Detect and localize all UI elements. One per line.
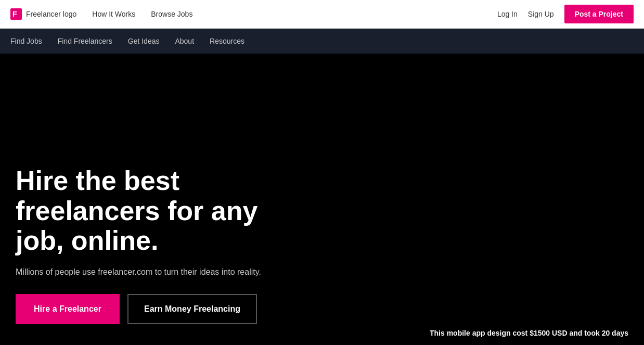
post-project-button[interactable]: Post a Project <box>564 5 634 23</box>
resources-link[interactable]: Resources <box>210 37 244 45</box>
earn-money-button[interactable]: Earn Money Freelancing <box>127 294 257 324</box>
hero-subtitle: Millions of people use freelancer.com to… <box>16 266 271 278</box>
logo-area[interactable]: F Freelancer logo <box>10 8 76 20</box>
secondary-navigation: Find Jobs Find Freelancers Get Ideas Abo… <box>0 29 644 54</box>
login-link[interactable]: Log In <box>497 10 518 18</box>
top-nav-right: Log In Sign Up Post a Project <box>497 5 634 23</box>
find-freelancers-link[interactable]: Find Freelancers <box>58 37 112 45</box>
logo-text: Freelancer logo <box>26 10 76 18</box>
top-nav-links: How It Works Browse Jobs <box>92 10 497 18</box>
signup-link[interactable]: Sign Up <box>528 10 554 18</box>
about-link[interactable]: About <box>175 37 194 45</box>
find-jobs-link[interactable]: Find Jobs <box>10 37 42 45</box>
how-it-works-link[interactable]: How It Works <box>92 10 135 18</box>
hero-section: Hire the best freelancers for any job, o… <box>0 54 644 345</box>
bottom-info-text: This mobile app design cost $1500 USD an… <box>430 329 628 337</box>
hero-content: Hire the best freelancers for any job, o… <box>16 166 307 324</box>
hero-title: Hire the best freelancers for any job, o… <box>16 166 307 255</box>
hire-freelancer-button[interactable]: Hire a Freelancer <box>16 294 120 324</box>
freelancer-logo-icon: F <box>10 8 22 20</box>
top-navigation: F Freelancer logo How It Works Browse Jo… <box>0 0 644 29</box>
hero-buttons: Hire a Freelancer Earn Money Freelancing <box>16 294 307 324</box>
svg-text:F: F <box>12 10 17 18</box>
get-ideas-link[interactable]: Get Ideas <box>128 37 160 45</box>
browse-jobs-link[interactable]: Browse Jobs <box>151 10 192 18</box>
